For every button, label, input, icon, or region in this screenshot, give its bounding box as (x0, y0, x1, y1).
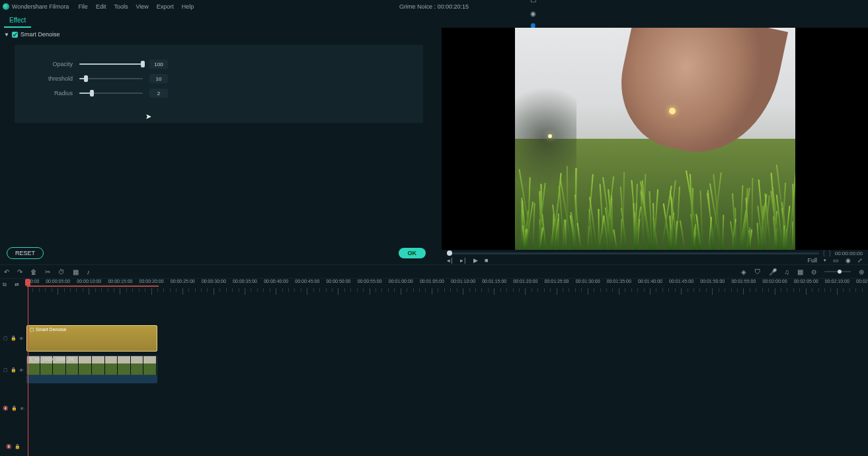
redo-icon[interactable]: ↷ (17, 268, 22, 276)
app-logo (3, 3, 9, 10)
param-label-threshold: threshold (33, 75, 73, 82)
value-opacity[interactable]: 100 (149, 59, 168, 69)
work-area-range[interactable] (26, 285, 159, 287)
audio-icon[interactable]: ♪ (87, 268, 90, 276)
value-radius[interactable]: 2 (149, 89, 168, 98)
play-button[interactable]: ▶ (473, 257, 478, 264)
track-head-3[interactable]: 🔇 🔒 👁 (0, 394, 26, 423)
mute-icon[interactable]: 🔇 (3, 406, 9, 411)
zoom-out-icon[interactable]: ⊖ (811, 268, 816, 276)
quality-dropdown[interactable]: Full (807, 257, 817, 264)
reset-button[interactable]: RESET (7, 247, 44, 259)
magnet-icon[interactable]: ⧉ (3, 282, 7, 288)
camera-icon[interactable]: ◉ (530, 10, 536, 17)
time-ruler[interactable]: 00:0000:00:05:0000:00:10:0000:00:15:0000… (26, 279, 868, 296)
crop-icon[interactable]: ▦ (73, 268, 79, 276)
square-icon: ▢ (3, 367, 8, 373)
mic2-icon[interactable]: 🎤 (769, 268, 777, 276)
slider-threshold[interactable] (79, 75, 143, 83)
clip-effect-label: Smart Denoise (36, 327, 66, 332)
timeline-clip-audio[interactable] (26, 375, 157, 383)
menu-view[interactable]: View (136, 3, 148, 10)
timeline-clip-video[interactable]: 1_hd_1920_1080_24 (26, 356, 157, 375)
eye-icon[interactable]: 👁 (19, 368, 24, 373)
preview-monitor (442, 28, 868, 250)
grid-icon[interactable]: ▦ (797, 268, 803, 276)
project-name: Grime Noice : 00:00:20:15 (399, 3, 469, 10)
chevron-down-icon[interactable]: ▾ (824, 258, 826, 263)
menu-edit[interactable]: Edit (96, 3, 106, 10)
eye-icon[interactable]: 👁 (19, 336, 24, 341)
eye-icon[interactable]: 👁 (20, 406, 24, 411)
ok-button[interactable]: OK (399, 248, 426, 258)
prev-frame-button[interactable]: ◂∣ (447, 257, 454, 264)
value-threshold[interactable]: 10 (149, 74, 168, 83)
marker-icon[interactable]: ◈ (741, 268, 746, 276)
play-pause-button[interactable]: ▸∣ (460, 257, 467, 264)
undo-icon[interactable]: ↶ (4, 268, 9, 276)
menu-export[interactable]: Export (157, 3, 174, 10)
clip-video-label: 1_hd_1920_1080_24 (30, 357, 73, 361)
display-icon[interactable]: ▭ (833, 257, 839, 264)
param-label-opacity: Opacity (33, 61, 73, 67)
main-menu: File Edit Tools View Export Help (78, 3, 194, 10)
effect-panel: Opacity 100 threshold 10 Radius 2 (15, 45, 423, 123)
square-icon: ▢ (3, 336, 8, 341)
param-label-radius: Radius (33, 90, 73, 96)
timeline-clip-effect[interactable]: ▢Smart Denoise (26, 325, 157, 352)
zoom-slider[interactable] (824, 271, 851, 272)
delete-icon[interactable]: 🗑 (30, 268, 37, 276)
timeline-toolbar: ↶ ↷ 🗑 ✂ ⏱ ▦ ♪ ◈ ⛉ 🎤 ♫ ▦ ⊖ ⊕ (0, 264, 868, 279)
stop-button[interactable]: ■ (485, 257, 488, 264)
lock-icon[interactable]: 🔒 (11, 336, 17, 341)
effect-name: Smart Denoise (20, 31, 60, 38)
cut-icon[interactable]: ✂ (45, 268, 50, 276)
track-head-2[interactable]: ▢ 🔒 👁 (0, 356, 26, 385)
snapshot-icon[interactable]: ◉ (846, 257, 851, 264)
expand-icon[interactable]: ⤢ (857, 257, 863, 264)
chevron-down-icon[interactable]: ▼ (4, 32, 9, 38)
track-head-4[interactable]: 🔇 🔒 (0, 432, 26, 456)
tab-effect[interactable]: Effect (4, 14, 31, 28)
shield-icon[interactable]: ⛉ (754, 268, 761, 276)
effect-enable-checkbox[interactable] (12, 32, 18, 38)
scrub-time: 00:00:00:00 (835, 250, 863, 256)
menu-tools[interactable]: Tools (114, 3, 128, 10)
menu-help[interactable]: Help (182, 3, 194, 10)
speed-icon[interactable]: ⏱ (58, 268, 65, 276)
mute-icon[interactable]: 🔇 (6, 444, 12, 449)
menu-file[interactable]: File (78, 3, 88, 10)
bracket-close-icon[interactable]: } (829, 250, 831, 256)
slider-radius[interactable] (79, 89, 143, 97)
mixer-icon[interactable]: ♫ (785, 268, 790, 276)
track-head-1[interactable]: ▢ 🔒 👁 (0, 324, 26, 353)
lock-icon[interactable]: 🔒 (11, 406, 17, 411)
note-icon[interactable]: ▭ (530, 0, 536, 3)
bracket-open-icon[interactable]: { (823, 250, 825, 256)
link-icon[interactable]: ⇄ (15, 282, 19, 287)
lock-icon[interactable]: 🔒 (11, 367, 17, 373)
lock-icon[interactable]: 🔒 (15, 444, 20, 449)
scrub-bar[interactable] (447, 252, 819, 254)
zoom-in-icon[interactable]: ⊕ (859, 268, 864, 276)
app-title: Wondershare Filmora (12, 3, 69, 10)
slider-opacity[interactable] (79, 60, 143, 68)
playhead[interactable] (28, 279, 28, 456)
